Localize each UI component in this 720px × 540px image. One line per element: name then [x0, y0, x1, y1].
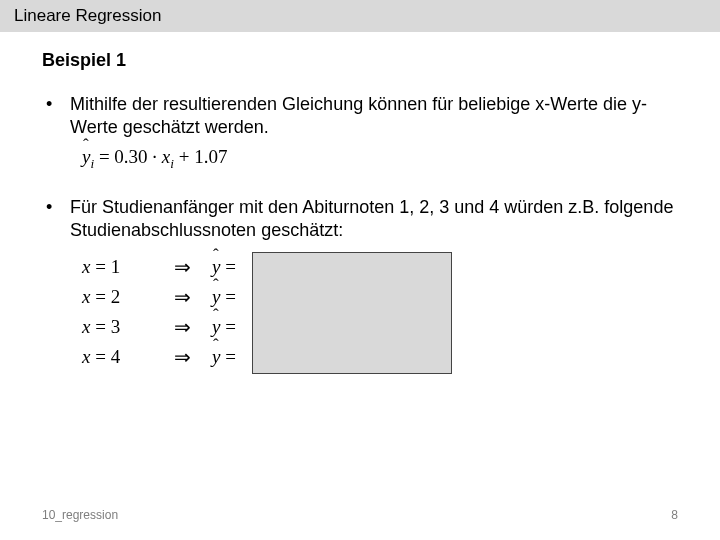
header-title: Lineare Regression [14, 6, 161, 25]
bullet-1: • Mithilfe der resultierenden Gleichung … [42, 93, 678, 140]
slide-footer: 10_regression 8 [42, 508, 678, 522]
implies-icon: ⇒ [152, 345, 212, 369]
implies-icon: ⇒ [152, 315, 212, 339]
bullet-dot-icon: • [42, 196, 70, 243]
implies-icon: ⇒ [152, 255, 212, 279]
answer-cover-box [252, 252, 452, 374]
footer-left: 10_regression [42, 508, 118, 522]
implies-icon: ⇒ [152, 285, 212, 309]
examples-block: x = 1 ⇒ y = x = 2 ⇒ y = x = 3 ⇒ y = x = … [82, 252, 442, 372]
slide-content: Beispiel 1 • Mithilfe der resultierenden… [0, 32, 720, 372]
eq-slope: 0.30 [114, 146, 147, 167]
bullet-1-text: Mithilfe der resultierenden Gleichung kö… [70, 93, 678, 140]
bullet-2-text: Für Studienanfänger mit den Abiturnoten … [70, 196, 678, 243]
bullet-2: • Für Studienanfänger mit den Abiturnote… [42, 196, 678, 243]
x-val: 4 [111, 346, 121, 367]
x-val: 2 [111, 286, 121, 307]
eq-intercept: 1.07 [194, 146, 227, 167]
x-val: 1 [111, 256, 121, 277]
page-number: 8 [671, 508, 678, 522]
x-val: 3 [111, 316, 121, 337]
slide-header: Lineare Regression [0, 0, 720, 32]
bullet-dot-icon: • [42, 93, 70, 140]
subtitle: Beispiel 1 [42, 50, 678, 71]
regression-equation: yi = 0.30 · xi + 1.07 [82, 146, 678, 172]
